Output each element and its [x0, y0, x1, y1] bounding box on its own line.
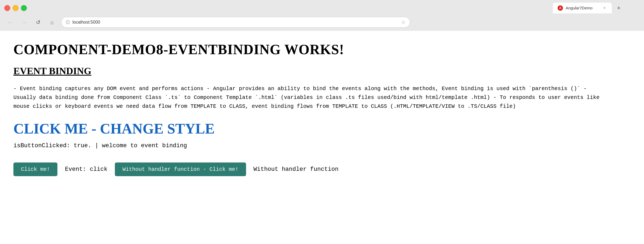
section-heading: EVENT BINDING [13, 65, 631, 77]
click-me-button[interactable]: Click me! [13, 162, 57, 176]
traffic-lights [4, 5, 27, 11]
status-text: isButtonClicked: true. | welcome to even… [13, 142, 631, 149]
url-text: localhost:5000 [72, 20, 398, 25]
tab-close-button[interactable]: × [602, 6, 607, 10]
event-text: Event: click [65, 166, 107, 173]
maximize-window-button[interactable] [21, 5, 27, 11]
click-me-heading[interactable]: CLICK ME - CHANGE STYLE [13, 120, 631, 137]
without-handler-label: Without handler function [254, 166, 339, 173]
lock-icon: ⓘ [66, 20, 70, 25]
tab-title: Angular7Demo [566, 6, 599, 10]
without-handler-button[interactable]: Without handler function - Click me! [115, 162, 246, 176]
close-window-button[interactable] [4, 5, 10, 11]
tab-bar: A Angular7Demo × + [553, 3, 624, 13]
reload-button[interactable]: ↺ [33, 17, 43, 27]
main-title: COMPONENT-DEMO8-EVENTBINDING WORKS! [13, 42, 631, 57]
page-content: COMPONENT-DEMO8-EVENTBINDING WORKS! EVEN… [0, 31, 644, 244]
forward-button[interactable]: → [19, 17, 29, 27]
title-bar: A Angular7Demo × + [0, 0, 644, 15]
description-text: - Event binding captures any DOM event a… [13, 84, 604, 111]
new-tab-button[interactable]: + [614, 3, 624, 13]
browser-chrome: A Angular7Demo × + ← → ↺ ⌂ ⓘ localhost:5… [0, 0, 644, 31]
bookmark-icon[interactable]: ☆ [401, 19, 405, 25]
active-tab[interactable]: A Angular7Demo × [553, 3, 612, 13]
tab-favicon: A [558, 5, 563, 11]
home-button[interactable]: ⌂ [47, 17, 57, 27]
address-bar-row: ← → ↺ ⌂ ⓘ localhost:5000 ☆ [0, 15, 644, 31]
minimize-window-button[interactable] [13, 5, 19, 11]
buttons-row: Click me! Event: click Without handler f… [13, 162, 631, 176]
address-bar[interactable]: ⓘ localhost:5000 ☆ [61, 17, 410, 28]
back-button[interactable]: ← [5, 17, 15, 27]
